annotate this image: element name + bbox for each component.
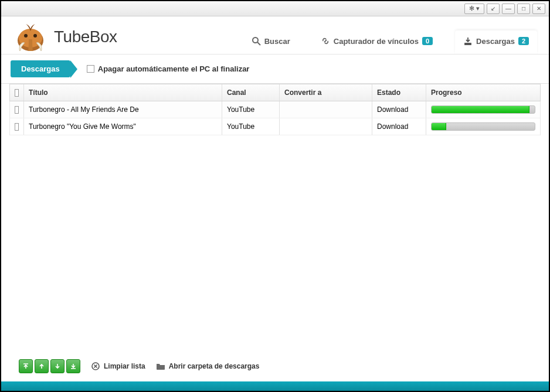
clear-list-label: Limpiar lista <box>104 362 145 370</box>
cell-canal: YouTube <box>222 118 280 135</box>
compact-button[interactable]: ↙ <box>487 4 500 14</box>
progress-fill <box>432 123 446 130</box>
row-checkbox[interactable] <box>10 101 24 118</box>
col-canal[interactable]: Canal <box>222 84 280 101</box>
tab-label: Descargas <box>476 37 515 46</box>
table-row[interactable]: Turbonegro "You Give Me Worms"YouTubeDow… <box>10 118 540 135</box>
progress-bar <box>431 122 535 131</box>
auto-shutdown-label: Apagar automáticamente el PC al finaliza… <box>98 64 250 73</box>
open-folder-button[interactable]: Abrir carpeta de descargas <box>156 362 260 371</box>
svg-point-2 <box>24 34 28 38</box>
reorder-buttons <box>19 359 80 373</box>
move-up-button[interactable] <box>35 359 49 373</box>
app-window: ✻ ▾ ↙ — □ ✕ TubeBox <box>0 0 550 392</box>
tab-buscar[interactable]: Buscar <box>243 30 298 54</box>
checkbox-icon[interactable] <box>15 89 19 97</box>
bottom-accent-bar <box>1 381 549 391</box>
search-icon <box>252 36 261 46</box>
tab-capturador[interactable]: Capturador de vínculos 0 <box>313 30 441 54</box>
close-button[interactable]: ✕ <box>532 4 545 14</box>
checkbox-icon[interactable] <box>15 106 19 114</box>
col-progreso[interactable]: Progreso <box>426 84 540 101</box>
clear-icon <box>91 362 100 371</box>
move-bottom-button[interactable] <box>66 359 80 373</box>
col-convertir[interactable]: Convertir a <box>280 84 372 101</box>
settings-button[interactable]: ✻ ▾ <box>464 4 484 14</box>
cell-titulo: Turbonegro - All My Friends Are De <box>24 101 222 118</box>
cell-convertir <box>280 101 372 118</box>
tab-badge: 0 <box>422 37 433 45</box>
checkbox-icon[interactable] <box>15 123 19 131</box>
section-pill: Descargas <box>11 60 70 77</box>
progress-fill <box>432 106 529 113</box>
svg-line-5 <box>257 42 260 45</box>
table-header: Título Canal Convertir a Estado Progreso <box>9 84 541 101</box>
move-top-button[interactable] <box>19 359 33 373</box>
progress-bar <box>431 105 535 114</box>
svg-point-4 <box>253 38 258 43</box>
col-titulo[interactable]: Título <box>24 84 222 101</box>
tab-descargas[interactable]: Descargas 2 <box>455 30 537 54</box>
col-estado[interactable]: Estado <box>372 84 426 101</box>
table-row[interactable]: Turbonegro - All My Friends Are DeYouTub… <box>10 101 540 118</box>
app-logo-icon <box>13 21 48 53</box>
app-title: TubeBox <box>54 28 117 46</box>
tab-badge: 2 <box>518 37 529 45</box>
row-checkbox[interactable] <box>10 118 24 135</box>
tab-bar: Buscar Capturador de vínculos 0 Descarga… <box>243 20 537 54</box>
logo-area: TubeBox <box>13 21 117 53</box>
tab-label: Buscar <box>264 37 290 46</box>
footer-bar: Limpiar lista Abrir carpeta de descargas <box>9 353 541 381</box>
clear-list-button[interactable]: Limpiar lista <box>91 362 145 371</box>
cell-titulo: Turbonegro "You Give Me Worms" <box>24 118 222 135</box>
maximize-button[interactable]: □ <box>517 4 530 14</box>
cell-progreso <box>426 118 540 135</box>
header: TubeBox Buscar Capturador de vínculos 0 <box>1 16 549 54</box>
titlebar: ✻ ▾ ↙ — □ ✕ <box>1 1 549 16</box>
auto-shutdown-option[interactable]: Apagar automáticamente el PC al finaliza… <box>87 64 250 73</box>
minimize-button[interactable]: — <box>502 4 515 14</box>
cell-canal: YouTube <box>222 101 280 118</box>
open-folder-label: Abrir carpeta de descargas <box>169 362 260 370</box>
col-select-all[interactable] <box>10 84 24 101</box>
cell-convertir <box>280 118 372 135</box>
svg-point-3 <box>33 34 37 38</box>
table-body: Turbonegro - All My Friends Are DeYouTub… <box>9 101 541 135</box>
cell-estado: Download <box>372 101 426 118</box>
folder-icon <box>156 362 165 371</box>
cell-progreso <box>426 101 540 118</box>
download-icon <box>463 36 473 46</box>
table-spacer <box>9 135 541 353</box>
link-icon <box>321 36 330 46</box>
checkbox-icon[interactable] <box>87 65 94 73</box>
toolbar: Descargas Apagar automáticamente el PC a… <box>1 54 549 84</box>
downloads-table: Título Canal Convertir a Estado Progreso… <box>1 84 549 381</box>
move-down-button[interactable] <box>50 359 64 373</box>
cell-estado: Download <box>372 118 426 135</box>
tab-label: Capturador de vínculos <box>334 37 419 46</box>
